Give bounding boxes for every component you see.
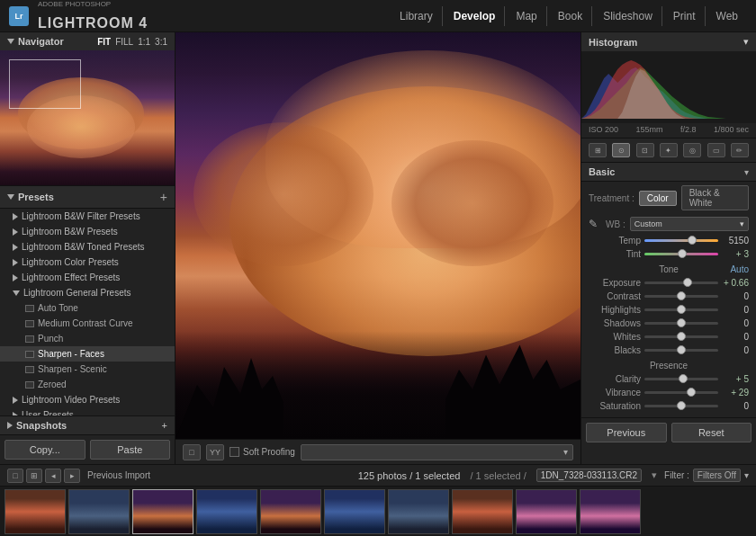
presets-title: Presets xyxy=(18,192,54,202)
tool-grid[interactable]: ⊞ xyxy=(589,143,607,157)
filmstrip-nav-left[interactable]: ◂ xyxy=(45,469,61,483)
preset-group-user[interactable]: User Presets xyxy=(0,407,175,415)
thumb-1[interactable] xyxy=(4,489,66,534)
clarity-thumb[interactable] xyxy=(679,374,688,383)
whites-thumb[interactable] xyxy=(677,332,686,341)
view-square-btn[interactable]: □ xyxy=(183,444,201,460)
nav-map[interactable]: Map xyxy=(507,6,546,26)
preset-auto-tone[interactable]: Auto Tone xyxy=(0,300,175,316)
highlights-value: 0 xyxy=(722,305,749,315)
zoom-fit-btn[interactable]: FIT xyxy=(97,37,111,47)
blacks-slider[interactable] xyxy=(644,349,718,352)
presets-add-btn[interactable]: + xyxy=(160,190,167,204)
soft-proofing-checkbox[interactable] xyxy=(230,447,239,457)
preset-medium-contrast[interactable]: Medium Contrast Curve xyxy=(0,316,175,331)
highlights-thumb[interactable] xyxy=(677,305,686,314)
previous-button[interactable]: Previous xyxy=(586,423,667,442)
wb-dropdown[interactable]: Custom ▾ xyxy=(630,217,749,231)
thumb-8[interactable] xyxy=(452,489,513,534)
contrast-thumb[interactable] xyxy=(677,291,686,300)
zoom-1to1-btn[interactable]: 1:1 xyxy=(138,37,150,47)
exposure-thumb[interactable] xyxy=(683,278,692,287)
nav-library[interactable]: Library xyxy=(391,6,443,26)
tool-redeye[interactable]: ◎ xyxy=(683,143,701,157)
preset-group-bw[interactable]: Lightroom B&W Presets xyxy=(0,224,175,239)
whites-slider[interactable] xyxy=(644,335,718,338)
preset-group-video[interactable]: Lightroom Video Presets xyxy=(0,392,175,407)
thumb-2[interactable] xyxy=(68,489,130,534)
toolbar-dropdown[interactable]: ▾ xyxy=(301,444,573,460)
saturation-slider[interactable] xyxy=(644,405,718,407)
filmstrip-filter-dropdown[interactable]: Filters Off xyxy=(693,469,741,482)
tool-brush[interactable]: ✏ xyxy=(731,143,749,157)
nav-book[interactable]: Book xyxy=(549,6,592,26)
tool-circle[interactable]: ⊙ xyxy=(612,143,630,157)
shadows-thumb[interactable] xyxy=(677,318,686,327)
thumb-10[interactable] xyxy=(580,489,641,534)
thumb-6[interactable] xyxy=(324,489,385,534)
preset-group-effect[interactable]: Lightroom Effect Presets xyxy=(0,270,175,285)
highlights-slider[interactable] xyxy=(644,308,718,311)
preset-group-color[interactable]: Lightroom Color Presets xyxy=(0,255,175,270)
blacks-value: 0 xyxy=(722,345,749,355)
paste-button[interactable]: Paste xyxy=(90,440,171,460)
histogram-header[interactable]: Histogram ▾ xyxy=(581,32,756,51)
clarity-slider[interactable] xyxy=(644,378,718,380)
nav-web[interactable]: Web xyxy=(707,6,747,26)
view-compare-btn[interactable]: YY xyxy=(206,444,224,460)
saturation-thumb[interactable] xyxy=(677,401,686,410)
thumb-4[interactable] xyxy=(196,489,257,534)
vibrance-thumb[interactable] xyxy=(687,388,696,397)
presets-header[interactable]: Presets + xyxy=(0,186,175,209)
tool-heal[interactable]: ✦ xyxy=(660,143,678,157)
temp-slider[interactable] xyxy=(644,239,718,242)
tone-auto-btn[interactable]: Auto xyxy=(730,264,749,274)
treatment-color-btn[interactable]: Color xyxy=(639,191,677,206)
tool-crop[interactable]: ⊡ xyxy=(636,143,654,157)
view-single-btn[interactable]: □ xyxy=(7,469,23,483)
snapshots-header[interactable]: Snapshots + xyxy=(0,416,175,434)
preset-punch[interactable]: Punch xyxy=(0,331,175,346)
preset-group-bw-filter[interactable]: Lightroom B&W Filter Presets xyxy=(0,209,175,224)
shadows-slider[interactable] xyxy=(644,322,718,325)
wb-eyedropper-tool[interactable]: ✎ xyxy=(589,218,601,230)
nav-develop[interactable]: Develop xyxy=(445,6,506,26)
tool-gradient[interactable]: ▭ xyxy=(707,143,725,157)
preset-sharpen-scenic[interactable]: Sharpen - Scenic xyxy=(0,362,175,377)
thumb-9[interactable] xyxy=(516,489,577,534)
wb-label: WB : xyxy=(606,219,626,229)
snapshots-add-btn[interactable]: + xyxy=(162,420,167,431)
preset-group-general[interactable]: Lightroom General Presets xyxy=(0,285,175,300)
navigator-header[interactable]: Navigator FIT FILL 1:1 3:1 xyxy=(0,32,175,50)
saturation-value: 0 xyxy=(722,401,749,411)
zoom-ratio-btn[interactable]: 3:1 xyxy=(155,37,167,47)
thumb-7[interactable] xyxy=(388,489,449,534)
exposure-slider[interactable] xyxy=(644,281,718,284)
reset-button[interactable]: Reset xyxy=(671,423,752,442)
filmstrip-nav-right[interactable]: ▸ xyxy=(64,469,80,483)
tint-thumb[interactable] xyxy=(678,249,687,258)
thumb-5[interactable] xyxy=(260,489,321,534)
view-grid-btn[interactable]: ⊞ xyxy=(26,469,42,483)
nav-print[interactable]: Print xyxy=(664,6,706,26)
preset-sharpen-faces[interactable]: Sharpen - Faces xyxy=(0,346,175,362)
preset-group-bw-toned[interactable]: Lightroom B&W Toned Presets xyxy=(0,239,175,255)
basic-header[interactable]: Basic ▾ xyxy=(581,163,756,182)
preset-zeroed[interactable]: Zeroed xyxy=(0,377,175,392)
thumb-3[interactable] xyxy=(132,489,194,534)
vibrance-slider[interactable] xyxy=(644,391,718,394)
copy-button[interactable]: Copy... xyxy=(4,440,86,460)
treatment-bw-btn[interactable]: Black & White xyxy=(681,185,749,210)
basic-arrow-icon: ▾ xyxy=(744,167,749,177)
blacks-thumb[interactable] xyxy=(677,345,686,354)
contrast-label: Contrast xyxy=(589,291,641,301)
zoom-fill-btn[interactable]: FILL xyxy=(115,37,133,47)
cloud-left xyxy=(194,122,374,266)
exposure-value: + 0.66 xyxy=(722,278,749,288)
treatment-label: Treatment : xyxy=(589,193,634,203)
tint-slider[interactable] xyxy=(644,253,718,255)
nav-slideshow[interactable]: Slideshow xyxy=(594,6,662,26)
temp-thumb[interactable] xyxy=(688,236,697,245)
contrast-slider[interactable] xyxy=(644,295,718,298)
preset-icon xyxy=(25,366,34,373)
